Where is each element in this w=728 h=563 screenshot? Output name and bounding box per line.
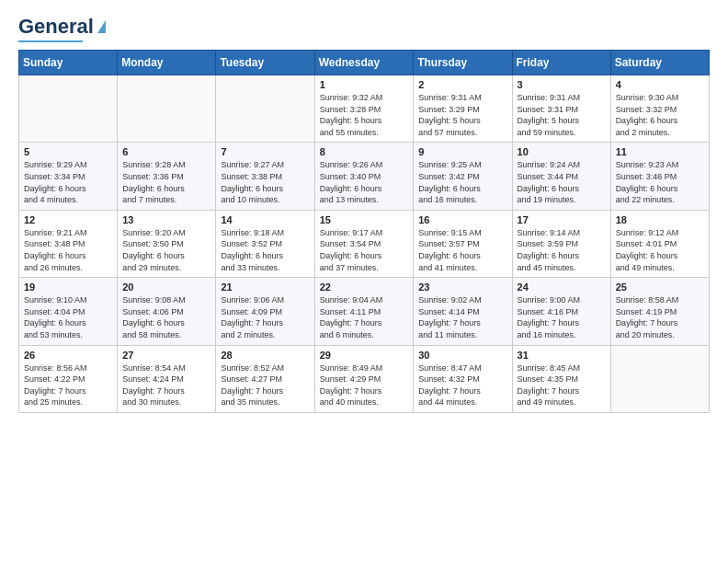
day-number: 3 (518, 79, 606, 90)
calendar-cell: 14Sunrise: 9:18 AM Sunset: 3:52 PM Dayli… (216, 210, 314, 277)
day-number: 15 (320, 214, 409, 225)
day-number: 27 (122, 350, 210, 361)
calendar-cell: 29Sunrise: 8:49 AM Sunset: 4:29 PM Dayli… (314, 345, 414, 412)
day-number: 17 (518, 214, 606, 225)
day-number: 9 (418, 146, 506, 157)
day-number: 20 (122, 282, 210, 293)
day-number: 23 (418, 282, 506, 293)
day-number: 30 (418, 350, 506, 361)
weekday-header-tuesday: Tuesday (216, 51, 314, 75)
day-number: 21 (221, 282, 309, 293)
calendar-cell: 4Sunrise: 9:30 AM Sunset: 3:32 PM Daylig… (610, 75, 709, 143)
calendar-cell: 26Sunrise: 8:56 AM Sunset: 4:22 PM Dayli… (19, 345, 118, 412)
weekday-header-saturday: Saturday (610, 51, 709, 75)
calendar-cell: 17Sunrise: 9:14 AM Sunset: 3:59 PM Dayli… (512, 210, 610, 277)
weekday-header-sunday: Sunday (19, 51, 118, 75)
day-number: 2 (418, 79, 506, 90)
day-info: Sunrise: 8:49 AM Sunset: 4:29 PM Dayligh… (320, 362, 409, 408)
week-row-1: 5Sunrise: 9:29 AM Sunset: 3:34 PM Daylig… (19, 143, 710, 210)
day-number: 1 (320, 79, 409, 90)
day-number: 6 (122, 146, 210, 157)
week-row-0: 1Sunrise: 9:32 AM Sunset: 3:28 PM Daylig… (19, 75, 710, 143)
day-info: Sunrise: 9:32 AM Sunset: 3:28 PM Dayligh… (320, 92, 409, 138)
calendar-cell (216, 75, 314, 143)
day-info: Sunrise: 8:47 AM Sunset: 4:32 PM Dayligh… (418, 362, 506, 408)
day-number: 4 (616, 79, 704, 90)
calendar-cell: 7Sunrise: 9:27 AM Sunset: 3:38 PM Daylig… (216, 143, 314, 210)
day-number: 31 (518, 350, 606, 361)
day-info: Sunrise: 9:17 AM Sunset: 3:54 PM Dayligh… (320, 227, 409, 273)
day-info: Sunrise: 9:02 AM Sunset: 4:14 PM Dayligh… (418, 294, 506, 340)
day-info: Sunrise: 9:18 AM Sunset: 3:52 PM Dayligh… (221, 227, 309, 273)
day-number: 24 (518, 282, 606, 293)
weekday-header-wednesday: Wednesday (314, 51, 414, 75)
day-number: 11 (616, 146, 704, 157)
calendar-cell: 21Sunrise: 9:06 AM Sunset: 4:09 PM Dayli… (216, 278, 314, 345)
day-number: 10 (518, 146, 606, 157)
calendar-cell (610, 345, 709, 412)
day-info: Sunrise: 9:29 AM Sunset: 3:34 PM Dayligh… (24, 159, 112, 205)
day-number: 7 (221, 146, 309, 157)
day-info: Sunrise: 8:54 AM Sunset: 4:24 PM Dayligh… (122, 362, 210, 408)
logo-general: General (18, 15, 94, 39)
day-info: Sunrise: 9:10 AM Sunset: 4:04 PM Dayligh… (24, 294, 112, 340)
day-info: Sunrise: 8:56 AM Sunset: 4:22 PM Dayligh… (24, 362, 112, 408)
day-info: Sunrise: 9:31 AM Sunset: 3:29 PM Dayligh… (418, 92, 506, 138)
day-number: 14 (221, 214, 309, 225)
week-row-2: 12Sunrise: 9:21 AM Sunset: 3:48 PM Dayli… (19, 210, 710, 277)
day-number: 26 (24, 350, 112, 361)
calendar-cell: 8Sunrise: 9:26 AM Sunset: 3:40 PM Daylig… (314, 143, 414, 210)
day-number: 28 (221, 350, 309, 361)
day-info: Sunrise: 9:31 AM Sunset: 3:31 PM Dayligh… (518, 92, 606, 138)
calendar-cell: 11Sunrise: 9:23 AM Sunset: 3:46 PM Dayli… (610, 143, 709, 210)
day-info: Sunrise: 8:52 AM Sunset: 4:27 PM Dayligh… (221, 362, 309, 408)
calendar-cell: 15Sunrise: 9:17 AM Sunset: 3:54 PM Dayli… (314, 210, 414, 277)
day-info: Sunrise: 9:21 AM Sunset: 3:48 PM Dayligh… (24, 227, 112, 273)
weekday-header-friday: Friday (512, 51, 610, 75)
weekday-header-monday: Monday (118, 51, 216, 75)
week-row-3: 19Sunrise: 9:10 AM Sunset: 4:04 PM Dayli… (19, 278, 710, 345)
calendar-cell (118, 75, 216, 143)
calendar-cell: 2Sunrise: 9:31 AM Sunset: 3:29 PM Daylig… (414, 75, 512, 143)
calendar-cell: 9Sunrise: 9:25 AM Sunset: 3:42 PM Daylig… (414, 143, 512, 210)
day-number: 5 (24, 146, 112, 157)
day-info: Sunrise: 9:04 AM Sunset: 4:11 PM Dayligh… (320, 294, 409, 340)
week-row-4: 26Sunrise: 8:56 AM Sunset: 4:22 PM Dayli… (19, 345, 710, 412)
day-number: 29 (320, 350, 409, 361)
calendar-cell: 5Sunrise: 9:29 AM Sunset: 3:34 PM Daylig… (19, 143, 118, 210)
day-number: 22 (320, 282, 409, 293)
day-info: Sunrise: 9:26 AM Sunset: 3:40 PM Dayligh… (320, 159, 409, 205)
calendar-cell: 28Sunrise: 8:52 AM Sunset: 4:27 PM Dayli… (216, 345, 314, 412)
calendar-cell: 22Sunrise: 9:04 AM Sunset: 4:11 PM Dayli… (314, 278, 414, 345)
day-number: 13 (122, 214, 210, 225)
calendar: SundayMondayTuesdayWednesdayThursdayFrid… (18, 50, 710, 413)
day-number: 16 (418, 214, 506, 225)
calendar-cell (19, 75, 118, 143)
logo-line (18, 40, 83, 42)
calendar-cell: 20Sunrise: 9:08 AM Sunset: 4:06 PM Dayli… (118, 278, 216, 345)
day-info: Sunrise: 9:20 AM Sunset: 3:50 PM Dayligh… (122, 227, 210, 273)
day-info: Sunrise: 9:30 AM Sunset: 3:32 PM Dayligh… (616, 92, 704, 138)
logo: General (18, 15, 106, 40)
day-info: Sunrise: 9:23 AM Sunset: 3:46 PM Dayligh… (616, 159, 704, 205)
day-info: Sunrise: 8:45 AM Sunset: 4:35 PM Dayligh… (518, 362, 606, 408)
calendar-cell: 31Sunrise: 8:45 AM Sunset: 4:35 PM Dayli… (512, 345, 610, 412)
weekday-header-thursday: Thursday (414, 51, 512, 75)
logo-triangle-icon (97, 20, 106, 33)
calendar-cell: 24Sunrise: 9:00 AM Sunset: 4:16 PM Dayli… (512, 278, 610, 345)
calendar-cell: 1Sunrise: 9:32 AM Sunset: 3:28 PM Daylig… (314, 75, 414, 143)
day-number: 18 (616, 214, 704, 225)
day-info: Sunrise: 9:15 AM Sunset: 3:57 PM Dayligh… (418, 227, 506, 273)
day-info: Sunrise: 9:08 AM Sunset: 4:06 PM Dayligh… (122, 294, 210, 340)
calendar-cell: 16Sunrise: 9:15 AM Sunset: 3:57 PM Dayli… (414, 210, 512, 277)
day-number: 25 (616, 282, 704, 293)
day-number: 12 (24, 214, 112, 225)
day-info: Sunrise: 9:00 AM Sunset: 4:16 PM Dayligh… (518, 294, 606, 340)
header: General (18, 15, 710, 40)
day-info: Sunrise: 9:14 AM Sunset: 3:59 PM Dayligh… (518, 227, 606, 273)
day-number: 8 (320, 146, 409, 157)
calendar-cell: 10Sunrise: 9:24 AM Sunset: 3:44 PM Dayli… (512, 143, 610, 210)
calendar-cell: 18Sunrise: 9:12 AM Sunset: 4:01 PM Dayli… (610, 210, 709, 277)
weekday-header-row: SundayMondayTuesdayWednesdayThursdayFrid… (19, 51, 710, 75)
calendar-cell: 19Sunrise: 9:10 AM Sunset: 4:04 PM Dayli… (19, 278, 118, 345)
